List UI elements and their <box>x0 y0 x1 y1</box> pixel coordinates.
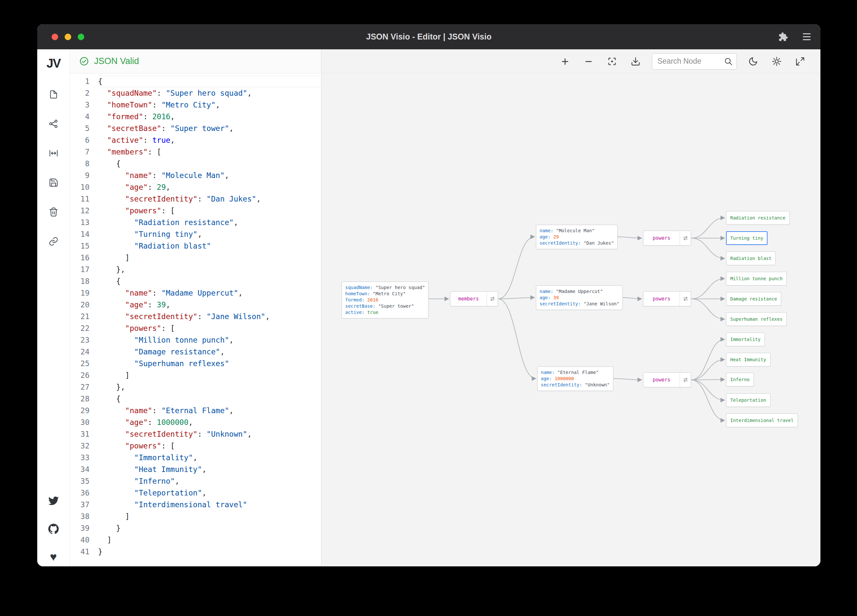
code-line[interactable]: 34 "Heat Immunity", <box>70 463 321 475</box>
collapse-toggle-icon[interactable] <box>487 292 498 306</box>
code-line[interactable]: 17 }, <box>70 263 321 275</box>
code-line[interactable]: 39 } <box>70 522 321 534</box>
graph-node-object[interactable]: name: "Madame Uppercut"age: 39secretIden… <box>536 285 623 310</box>
collapse-toggle-icon[interactable] <box>680 231 691 245</box>
line-number: 40 <box>70 534 98 546</box>
graph-node-leaf[interactable]: Immortality <box>726 333 765 346</box>
code-line[interactable]: 30 "age": 1000000, <box>70 416 321 428</box>
zoom-out-button[interactable]: − <box>582 54 596 68</box>
graph-node-powers[interactable]: powers <box>643 372 691 387</box>
graph-node-leaf[interactable]: Turning tiny <box>726 231 767 245</box>
code-line[interactable]: 35 "Inferno", <box>70 475 321 487</box>
code-line[interactable]: 26 ] <box>70 369 321 381</box>
github-icon[interactable] <box>48 523 59 534</box>
line-number: 25 <box>70 358 98 369</box>
check-circle-icon <box>79 56 89 66</box>
graph-node-powers[interactable]: powers <box>643 231 691 246</box>
zoom-in-button[interactable]: + <box>558 54 572 68</box>
graph-node-leaf[interactable]: Radiation resistance <box>726 211 790 225</box>
code-line[interactable]: 27 }, <box>70 381 321 393</box>
graph-node-leaf[interactable]: Damage resistance <box>726 292 781 306</box>
graph-node-leaf[interactable]: Heat Immunity <box>726 353 770 367</box>
app-logo[interactable]: JV <box>46 57 60 71</box>
search-icon[interactable] <box>724 57 733 66</box>
download-icon[interactable] <box>628 54 643 68</box>
code-line[interactable]: 2 "squadName": "Super hero squad", <box>70 87 321 99</box>
code-line[interactable]: 36 "Teleportation", <box>70 487 321 499</box>
line-number: 18 <box>70 275 98 287</box>
code-line[interactable]: 25 "Superhuman reflexes" <box>70 358 321 369</box>
graph-node-leaf[interactable]: Teleportation <box>726 393 770 407</box>
graph-node-powers[interactable]: powers <box>643 291 691 306</box>
editor-panel: JSON Valid 1{2 "squadName": "Super hero … <box>70 50 321 566</box>
graph-node-leaf[interactable]: Radiation blast <box>726 251 776 265</box>
graph-node-leaf[interactable]: Inferno <box>726 373 754 386</box>
json-code-editor[interactable]: 1{2 "squadName": "Super hero squad",3 "h… <box>70 73 321 566</box>
collapse-toggle-icon[interactable] <box>680 292 691 306</box>
code-line[interactable]: 41} <box>70 546 321 557</box>
graph-node-leaf[interactable]: Interdimensional travel <box>726 413 798 427</box>
code-line[interactable]: 31 "secretIdentity": "Unknown", <box>70 428 321 440</box>
code-line[interactable]: 38 ] <box>70 511 321 522</box>
code-line[interactable]: 14 "Turning tiny", <box>70 228 321 240</box>
code-line[interactable]: 32 "powers": [ <box>70 440 321 452</box>
share-link-icon[interactable] <box>48 236 59 247</box>
code-line[interactable]: 16 ] <box>70 252 321 263</box>
code-line[interactable]: 5 "secretBase": "Super tower", <box>70 122 321 134</box>
save-icon[interactable] <box>48 177 59 188</box>
code-line[interactable]: 15 "Radiation blast" <box>70 240 321 252</box>
code-line[interactable]: 1{ <box>70 76 321 87</box>
code-line[interactable]: 20 "age": 39, <box>70 299 321 311</box>
line-number: 23 <box>70 334 98 346</box>
code-line[interactable]: 40 ] <box>70 534 321 546</box>
code-line[interactable]: 21 "secretIdentity": "Jane Wilson", <box>70 311 321 322</box>
graph-node-object[interactable]: squadName: "Super hero squad"homeTown: "… <box>342 282 428 319</box>
graph-node-leaf[interactable]: Million tonne punch <box>726 272 787 285</box>
code-line[interactable]: 6 "active": true, <box>70 134 321 146</box>
close-button[interactable] <box>52 34 58 40</box>
extension-puzzle-icon[interactable] <box>776 30 790 44</box>
collapse-toggle-icon[interactable] <box>680 373 691 387</box>
code-line[interactable]: 23 "Million tonne punch", <box>70 334 321 346</box>
theme-moon-icon[interactable] <box>746 54 760 68</box>
graph-node-object[interactable]: name: "Eternal Flame"age: 1000000secretI… <box>537 367 613 391</box>
zoom-button[interactable] <box>78 34 84 40</box>
graph-view-icon[interactable] <box>48 118 59 129</box>
line-number: 21 <box>70 311 98 322</box>
fullscreen-icon[interactable] <box>793 54 807 68</box>
code-line[interactable]: 8 { <box>70 158 321 170</box>
line-number: 11 <box>70 193 98 205</box>
graph-node-leaf[interactable]: Superhuman reflexes <box>726 312 787 326</box>
graph-node-object[interactable]: name: "Molecule Man"age: 29secretIdentit… <box>536 225 617 249</box>
graph-panel[interactable]: squadName: "Super hero squad"homeTown: "… <box>321 50 820 566</box>
code-line[interactable]: 28 { <box>70 393 321 405</box>
code-line[interactable]: 4 "formed": 2016, <box>70 111 321 122</box>
new-document-icon[interactable] <box>48 89 59 100</box>
line-number: 37 <box>70 499 98 511</box>
code-line[interactable]: 3 "homeTown": "Metro City", <box>70 99 321 111</box>
graph-node-members[interactable]: members <box>450 291 498 306</box>
menu-icon[interactable] <box>803 33 811 40</box>
settings-gear-icon[interactable] <box>769 54 784 68</box>
line-number: 22 <box>70 322 98 334</box>
delete-icon[interactable] <box>48 206 59 218</box>
fit-width-icon[interactable] <box>48 148 59 159</box>
code-line[interactable]: 7 "members": [ <box>70 146 321 158</box>
code-line[interactable]: 33 "Immortality", <box>70 452 321 463</box>
code-line[interactable]: 37 "Interdimensional travel" <box>70 499 321 511</box>
code-line[interactable]: 11 "secretIdentity": "Dan Jukes", <box>70 193 321 205</box>
line-number: 16 <box>70 252 98 263</box>
sponsor-heart-icon[interactable]: ♥ <box>48 551 59 562</box>
code-line[interactable]: 10 "age": 29, <box>70 181 321 193</box>
code-line[interactable]: 29 "name": "Eternal Flame", <box>70 405 321 416</box>
code-line[interactable]: 12 "powers": [ <box>70 205 321 217</box>
code-line[interactable]: 13 "Radiation resistance", <box>70 217 321 228</box>
code-line[interactable]: 9 "name": "Molecule Man", <box>70 170 321 181</box>
code-line[interactable]: 22 "powers": [ <box>70 322 321 334</box>
twitter-icon[interactable] <box>48 495 59 506</box>
center-focus-icon[interactable] <box>605 54 619 68</box>
code-line[interactable]: 19 "name": "Madame Uppercut", <box>70 287 321 299</box>
minimize-button[interactable] <box>65 34 71 40</box>
code-line[interactable]: 18 { <box>70 275 321 287</box>
code-line[interactable]: 24 "Damage resistance", <box>70 346 321 358</box>
